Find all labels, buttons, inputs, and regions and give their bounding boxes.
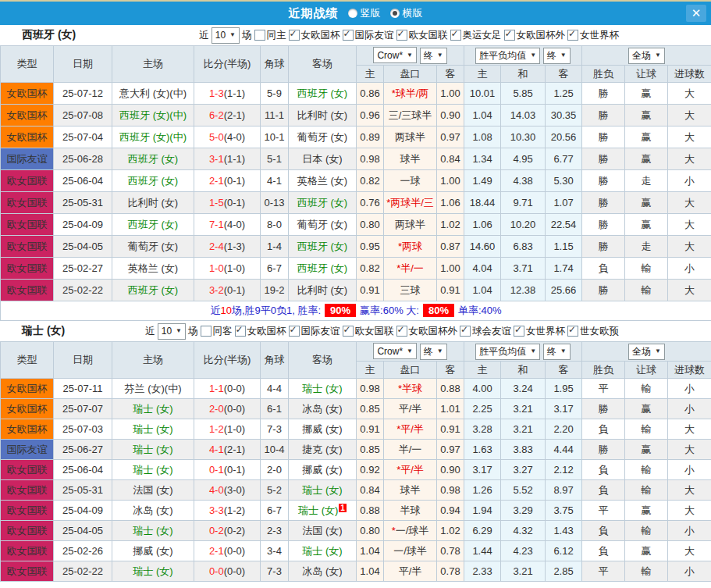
competition-checkbox[interactable]: 女欧国杯外 [396, 325, 458, 338]
matches-label: 场 [188, 325, 198, 338]
competition-checkbox[interactable]: 女欧国杯 [289, 29, 340, 42]
sub-header-result: 胜负 [582, 362, 625, 379]
corner-score: 6-7 [261, 501, 289, 521]
competition-checkbox[interactable]: 球会友谊 [460, 325, 511, 338]
match-date: 25-07-07 [54, 399, 112, 419]
result-goals: 大 [668, 440, 711, 460]
rate-highlight: 80% [423, 304, 454, 317]
avg-away: 2.12 [546, 460, 582, 480]
result-win: 負 [582, 480, 625, 501]
corner-score: 3-4 [261, 541, 289, 561]
fulltime-score: 3-2 [209, 284, 224, 296]
competition-checkbox[interactable]: 女世界杯 [514, 325, 565, 338]
result-win: 負 [582, 419, 625, 440]
home-team-name: 瑞士 (女) [133, 423, 172, 435]
result-goals: 小 [668, 258, 711, 280]
radio-vertical[interactable]: 竖版 [348, 6, 381, 20]
competition-checkbox[interactable]: 女欧国杯外 [504, 29, 566, 42]
competition-checkbox[interactable]: 世女欧预 [567, 325, 619, 338]
close-button[interactable]: ✕ [686, 5, 706, 22]
corner-score: 4-1 [261, 170, 289, 192]
halftime-score: (2-1) [224, 109, 245, 121]
home-team-name: 西班牙 (女) [128, 153, 178, 165]
sub-header-result: 胜负 [582, 66, 625, 83]
score: 5-0(4-0) [194, 127, 261, 148]
home-team: 法国 (女) [112, 480, 194, 501]
type-badge: 欧女国联 [1, 501, 54, 521]
handicap-name: 半球 [400, 504, 421, 516]
summary-row: 近10场,胜9平0负1, 胜率:90%赢率:60% 大:80%单率:40% [1, 301, 711, 321]
handicap: *球半/两 [384, 83, 437, 105]
fulltime-score: 7-1 [209, 219, 224, 230]
result-win: 勝 [582, 399, 625, 419]
home-team: 瑞士 (女) [112, 561, 194, 582]
competition-checkbox[interactable]: 国际友谊 [343, 29, 394, 42]
halftime-score: (0-0) [224, 545, 245, 557]
avg-select[interactable]: 胜平负均值▼ [475, 48, 540, 64]
handicap: 球半 [384, 148, 437, 170]
result-goals: 大 [668, 541, 711, 561]
corner-score: 7-3 [261, 561, 289, 582]
same-home-checkbox[interactable]: 同主 [254, 29, 286, 42]
competition-checkbox[interactable]: 欧女国联 [396, 29, 448, 42]
odds-home: 1.04 [357, 561, 384, 582]
avg-draw: 4.95 [501, 148, 546, 170]
home-team: 瑞士 (女) [112, 521, 194, 541]
sub-header-avg-away: 客 [546, 362, 582, 379]
col-header-away: 客场 [289, 342, 357, 379]
result-handicap: 走 [625, 236, 668, 258]
odds-home: 0.76 [357, 192, 384, 214]
competition-checkbox[interactable]: 欧女国联 [343, 325, 394, 338]
corner-score: 6-7 [261, 258, 289, 280]
odds-source-select[interactable]: Crow*▼ [373, 47, 417, 63]
handicap: *一/球半 [384, 521, 437, 541]
avg-final-select[interactable]: 终▼ [543, 344, 571, 360]
avg-draw: 9.71 [501, 192, 546, 214]
avg-select[interactable]: 胜平负均值▼ [475, 344, 540, 360]
competition-checkbox[interactable]: 女欧国杯 [235, 325, 286, 338]
competition-checkbox[interactable]: 女世界杯 [567, 29, 619, 42]
scope-select[interactable]: 全场▼ [628, 48, 665, 64]
score: 2-0(0-0) [194, 399, 261, 419]
result-handicap: 輸 [625, 379, 668, 399]
odds-final-select[interactable]: 终▼ [420, 344, 447, 360]
match-date: 25-02-27 [54, 258, 112, 280]
same-away-checkbox[interactable]: 同客 [201, 325, 233, 338]
competition-checkbox[interactable]: 奥运女足 [450, 29, 502, 42]
away-team: 日本 (女) [289, 148, 357, 170]
halftime-score: (1-0) [224, 423, 245, 435]
odds-final-select[interactable]: 终▼ [420, 48, 447, 64]
result-goals: 大 [668, 480, 711, 501]
handicap-name: 两球半 [395, 219, 425, 230]
match-count-select[interactable]: 10 ▼ [212, 27, 240, 44]
chevron-down-icon: ▼ [655, 348, 661, 355]
home-team-name: 瑞士 (女) [133, 464, 172, 476]
away-team-name: 葡萄牙 (女) [297, 219, 347, 230]
type-badge: 国际友谊 [1, 440, 54, 460]
handicap-name: 平/半 [399, 403, 422, 415]
away-team: 比利时 (女) [289, 105, 357, 127]
checkbox-checked-icon [343, 326, 354, 337]
radio-horizontal[interactable]: 横版 [390, 6, 423, 20]
match-date: 25-05-31 [54, 480, 112, 501]
match-count-select[interactable]: 10 ▼ [158, 323, 186, 340]
odds-away: 1.00 [437, 170, 464, 192]
scope-select[interactable]: 全场▼ [628, 344, 665, 360]
halftime-score: (0-0) [224, 383, 245, 394]
match-date: 25-07-08 [54, 105, 112, 127]
match-date: 25-07-12 [54, 83, 112, 105]
type-badge: 欧女国联 [1, 214, 54, 236]
odds-home: 0.91 [357, 419, 384, 440]
avg-home: 2.33 [464, 561, 501, 582]
handicap: 半/一 [384, 440, 437, 460]
avg-final-select[interactable]: 终▼ [543, 48, 571, 64]
competition-checkbox[interactable]: 国际友谊 [289, 325, 340, 338]
odds-home: 0.84 [357, 480, 384, 501]
odds-source-select[interactable]: Crow*▼ [373, 343, 417, 359]
result-handicap: 輸 [625, 460, 668, 480]
score: 2-4(1-3) [194, 236, 261, 258]
odds-away: 0.78 [437, 561, 464, 582]
away-team-name: 葡萄牙 (女) [297, 131, 347, 143]
halftime-score: (1-1) [224, 153, 245, 165]
away-team-name: 挪威 (女) [302, 464, 342, 476]
